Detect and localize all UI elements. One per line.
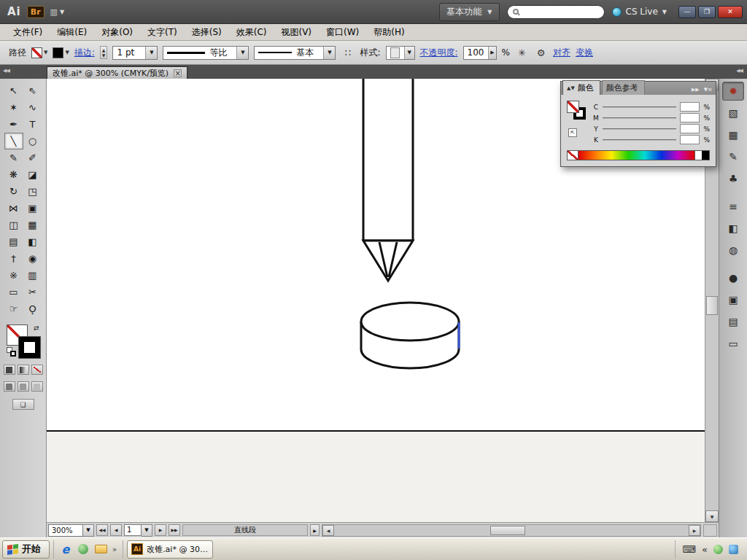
zoom-tool[interactable]: Ǫ [23, 300, 42, 317]
internet-explorer-icon[interactable]: e [58, 542, 73, 556]
hand-tool[interactable]: ☞ [4, 300, 23, 317]
magic-wand-tool[interactable]: ✶ [4, 99, 23, 116]
default-fill-stroke-icon[interactable] [7, 347, 16, 357]
menu-edit[interactable]: 编辑(E) [50, 24, 94, 41]
panel-fill-none-swatch[interactable] [567, 101, 579, 113]
horizontal-scrollbar[interactable]: ◀ ▶ [322, 524, 701, 537]
column-graph-tool[interactable]: ▥ [23, 267, 42, 284]
menu-type[interactable]: 文字(T) [140, 24, 185, 41]
close-button[interactable]: ✕ [718, 6, 743, 18]
width-profile-combo[interactable]: 等比 ▼ [163, 46, 249, 60]
collapse-right-dock-icon[interactable]: ◀◀ [736, 68, 743, 74]
scroll-down-icon[interactable]: ▼ [705, 510, 719, 522]
eyedropper-tool[interactable]: † [4, 250, 23, 267]
color-spectrum-bar[interactable] [567, 150, 710, 160]
minimize-button[interactable]: — [678, 6, 696, 18]
collapse-panel-icon[interactable]: ▲▼ [567, 85, 575, 91]
menu-file[interactable]: 文件(F) [6, 24, 50, 41]
direct-selection-tool[interactable]: ⇖ [23, 82, 42, 99]
last-artboard-button[interactable]: ▶▶ [169, 524, 180, 536]
draw-normal-button[interactable] [4, 381, 15, 392]
gradient-panel-icon[interactable]: ◧ [722, 219, 744, 238]
free-transform-tool[interactable]: ▣ [23, 200, 42, 217]
color-button[interactable] [4, 365, 15, 375]
stroke-weight-stepper[interactable]: ▲ ▼ [100, 46, 108, 59]
zoom-value[interactable]: 300% [48, 524, 83, 537]
channel-value-input[interactable] [680, 102, 700, 112]
graphic-style-combo[interactable]: ▼ [386, 46, 415, 60]
ellipse-tool[interactable]: ○ [23, 133, 42, 149]
color-guide-panel-icon[interactable]: ▧ [722, 104, 744, 122]
swap-fill-stroke-icon[interactable]: ⇄ [34, 324, 39, 332]
selection-tool[interactable]: ↖ [4, 82, 23, 99]
align-panel-link[interactable]: 对齐 [553, 47, 570, 59]
artboard-number-combo[interactable]: 1 ▼ [124, 524, 152, 537]
perspective-grid-tool[interactable]: ▦ [23, 217, 42, 233]
stroke-panel-link[interactable]: 描边: [74, 47, 95, 59]
stroke-swatch-black[interactable] [19, 337, 40, 358]
shape-builder-tool[interactable]: ◫ [4, 217, 23, 233]
tray-expand-icon[interactable]: « [702, 544, 708, 555]
input-method-icon[interactable]: ⌨ [682, 544, 696, 555]
horizontal-scroll-thumb[interactable] [490, 526, 525, 535]
next-artboard-button[interactable]: ▶ [155, 524, 166, 536]
spectrum-white-swatch[interactable] [694, 151, 702, 160]
pen-tool[interactable]: ✒ [4, 116, 23, 133]
opacity-combo[interactable]: 100 ▶ [463, 46, 497, 60]
brush-definition-combo[interactable]: 基本 ▼ [254, 46, 336, 60]
swatches-panel-icon[interactable]: ▦ [722, 125, 744, 144]
rotate-tool[interactable]: ↻ [4, 183, 23, 200]
stroke-color-control[interactable]: ▼ [53, 47, 69, 58]
tray-status-icon[interactable] [713, 545, 723, 554]
taskbar-window-button[interactable]: Ai 改锥.ai* @ 300% (CM... [127, 540, 213, 559]
symbol-sprayer-tool[interactable]: ※ [4, 267, 23, 284]
transparency-panel-icon[interactable]: ◍ [722, 241, 744, 260]
brushes-panel-icon[interactable]: ✎ [722, 147, 744, 166]
search-box[interactable] [507, 5, 605, 19]
options-grid-icon[interactable]: ∷ [341, 46, 355, 60]
stroke-panel-icon[interactable]: ≡ [722, 197, 744, 216]
status-flyout-icon[interactable]: ▶ [310, 524, 320, 536]
transform-panel-link[interactable]: 变换 [576, 47, 593, 59]
zoom-combo[interactable]: 300% ▼ [48, 524, 94, 537]
artwork-screwdriver-shaft[interactable] [363, 79, 413, 241]
channel-value-input[interactable] [680, 124, 700, 133]
screen-mode-button[interactable]: ❏ [12, 399, 34, 410]
panel-menu-icon[interactable]: ▼≡ [704, 87, 712, 93]
paintbrush-tool[interactable]: ✎ [4, 149, 23, 166]
eraser-tool[interactable]: ◪ [23, 166, 42, 183]
close-tab-icon[interactable]: × [174, 69, 182, 77]
width-tool[interactable]: ⋈ [4, 200, 23, 217]
fill-color-control[interactable]: ▼ [31, 47, 47, 58]
channel-slider[interactable] [603, 106, 676, 108]
recolor-artwork-icon[interactable]: ✳ [515, 46, 529, 60]
panel-expand-icon[interactable]: ▶▶ [692, 87, 700, 93]
artboards-panel-icon[interactable]: ▭ [722, 334, 744, 353]
scroll-left-icon[interactable]: ◀ [322, 525, 334, 536]
horizontal-scroll-track[interactable] [334, 525, 689, 536]
slice-tool[interactable]: ✂ [23, 284, 42, 300]
start-button[interactable]: 开始 [2, 540, 50, 559]
search-input[interactable] [522, 7, 599, 17]
quick-launch-overflow-icon[interactable]: » [111, 545, 118, 553]
artboard-tool[interactable]: ▭ [4, 284, 23, 300]
opacity-panel-link[interactable]: 不透明度: [420, 47, 458, 59]
layers-panel-icon[interactable]: ▤ [722, 312, 744, 331]
workspace-switcher[interactable]: 基本功能 ▼ [439, 3, 499, 21]
blob-brush-tool[interactable]: ❋ [4, 166, 23, 183]
cs-live-button[interactable]: CS Live ▼ [612, 7, 667, 17]
folder-icon[interactable] [93, 542, 108, 556]
symbols-panel-icon[interactable]: ♣ [722, 169, 744, 188]
channel-value-input[interactable] [680, 135, 700, 144]
none-button[interactable] [31, 365, 43, 375]
gradient-button[interactable] [18, 365, 29, 375]
channel-slider[interactable] [603, 117, 676, 119]
mesh-tool[interactable]: ▤ [4, 233, 23, 250]
restore-button[interactable]: ❐ [698, 6, 716, 18]
tray-messenger-icon[interactable] [729, 545, 738, 554]
tab-color[interactable]: ▲▼ 颜色 [562, 80, 600, 95]
channel-slider[interactable] [603, 128, 676, 130]
line-segment-tool[interactable]: ╲ [4, 133, 23, 149]
document-tab[interactable]: 改锥.ai* @ 300% (CMYK/预览) × [47, 66, 187, 79]
spectrum-black-swatch[interactable] [702, 151, 709, 160]
